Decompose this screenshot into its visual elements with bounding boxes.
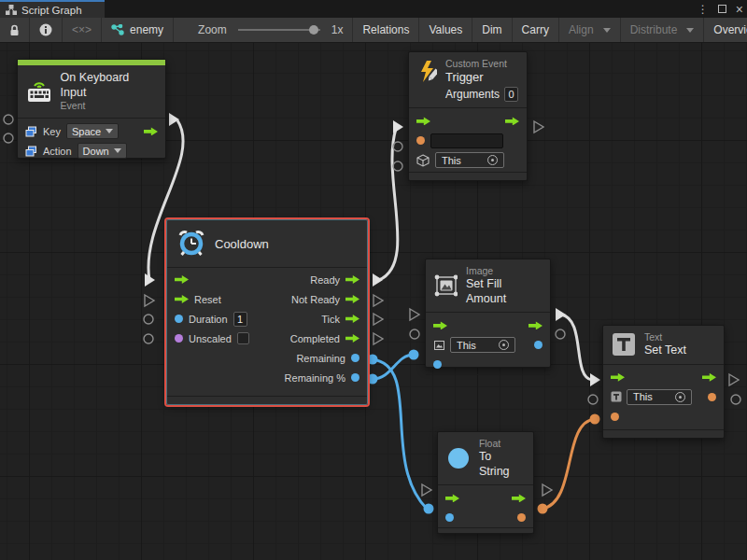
string-out-dot[interactable] bbox=[517, 513, 526, 522]
float-in-dot[interactable] bbox=[445, 513, 454, 522]
overview-button[interactable]: Overview bbox=[704, 18, 747, 42]
window-value-icon bbox=[25, 146, 37, 157]
node-footer bbox=[167, 396, 367, 404]
remaining-label: Remaining bbox=[296, 353, 345, 364]
window-menu-icon[interactable]: ⋮ bbox=[698, 3, 709, 16]
flow-in-arrow-icon[interactable] bbox=[611, 373, 625, 382]
row-enter-ready: Ready bbox=[167, 270, 367, 289]
flow-in-arrow-icon[interactable] bbox=[445, 494, 459, 502]
node-footer bbox=[409, 172, 527, 180]
key-port-label: Key bbox=[43, 126, 61, 137]
keyboard-icon bbox=[26, 80, 52, 103]
flow-in-arrow-icon[interactable] bbox=[175, 275, 189, 284]
remaining-pct-out-dot[interactable] bbox=[351, 373, 359, 382]
row-unscaled-completed: Unscaled Completed bbox=[167, 329, 367, 348]
node-footer bbox=[18, 161, 165, 169]
node-on-keyboard-input[interactable]: On Keyboard Input Event Key Space bbox=[17, 59, 166, 159]
flow-out-arrow-icon[interactable] bbox=[529, 321, 543, 329]
lock-button[interactable] bbox=[0, 18, 30, 42]
relations-button[interactable]: Relations bbox=[353, 18, 419, 42]
arguments-stepper[interactable]: 0 bbox=[504, 87, 518, 102]
node-text-set-text[interactable]: Text Set Text This bbox=[602, 325, 725, 439]
node-title: On Keyboard Input bbox=[61, 71, 157, 100]
flow-row bbox=[438, 488, 533, 508]
result-out-dot[interactable] bbox=[708, 393, 716, 401]
result-out-dot[interactable] bbox=[534, 341, 543, 349]
chevron-down-icon bbox=[114, 148, 121, 153]
node-title: To String bbox=[479, 450, 525, 479]
flow-out-arrow-icon[interactable] bbox=[144, 127, 158, 135]
target-picker-icon[interactable] bbox=[499, 340, 509, 350]
node-title: Set Text bbox=[644, 343, 686, 358]
remaining-out-dot[interactable] bbox=[351, 354, 359, 362]
chevron-down-icon bbox=[106, 129, 113, 133]
action-dropdown[interactable]: Down bbox=[78, 143, 127, 159]
ready-out-arrow-icon[interactable] bbox=[345, 275, 359, 284]
target-dropdown[interactable]: This bbox=[435, 152, 504, 168]
zoom-value: 1x bbox=[331, 23, 344, 36]
text-value-row bbox=[603, 407, 724, 427]
fill-amount-row bbox=[426, 355, 550, 374]
dim-button[interactable]: Dim bbox=[472, 18, 512, 42]
target-picker-icon[interactable] bbox=[675, 392, 685, 402]
chevron-down-icon bbox=[686, 28, 694, 33]
tab-script-graph[interactable]: Script Graph bbox=[0, 0, 105, 18]
fill-amount-in-dot[interactable] bbox=[433, 360, 442, 369]
flow-in-arrow-icon[interactable] bbox=[433, 321, 447, 329]
image-icon bbox=[434, 274, 458, 297]
code-preview-button[interactable]: <×> bbox=[63, 18, 102, 42]
close-icon[interactable]: × bbox=[736, 3, 743, 16]
node-float-to-string[interactable]: Float To String bbox=[437, 431, 534, 534]
completed-out-arrow-icon[interactable] bbox=[345, 334, 359, 343]
target-picker-icon[interactable] bbox=[487, 155, 498, 165]
node-category: Float bbox=[479, 438, 525, 450]
script-graph-window: Script Graph ⋮ × <×> bbox=[0, 0, 747, 560]
flow-out-arrow-icon[interactable] bbox=[512, 494, 526, 502]
align-dropdown[interactable]: Align bbox=[559, 18, 621, 42]
distribute-dropdown[interactable]: Distribute bbox=[621, 18, 705, 42]
tick-out-arrow-icon[interactable] bbox=[345, 315, 359, 323]
values-button[interactable]: Values bbox=[419, 18, 472, 42]
notready-out-arrow-icon[interactable] bbox=[345, 295, 359, 303]
zoom-slider[interactable] bbox=[238, 29, 320, 31]
unscaled-checkbox[interactable] bbox=[237, 332, 249, 344]
node-subtitle: Event bbox=[61, 100, 157, 112]
zoom-control: Zoom 1x bbox=[174, 18, 353, 42]
graph-tab-icon bbox=[6, 5, 17, 15]
code-icon: <×> bbox=[72, 23, 92, 36]
flow-in-arrow-icon[interactable] bbox=[416, 117, 430, 125]
zoom-slider-handle[interactable] bbox=[309, 25, 318, 35]
float-port-dot[interactable] bbox=[175, 315, 183, 323]
event-name-field[interactable] bbox=[430, 133, 503, 148]
reset-in-arrow-icon[interactable] bbox=[175, 295, 189, 303]
graph-toolbar: <×> enemy Zoom 1x Relations Values Dim C… bbox=[0, 18, 747, 43]
text-in-dot[interactable] bbox=[611, 413, 619, 421]
maximize-icon[interactable] bbox=[718, 5, 726, 13]
info-icon bbox=[39, 23, 52, 36]
node-custom-event-trigger[interactable]: Custom Event Trigger Arguments 0 bbox=[408, 51, 528, 181]
flow-out-arrow-icon[interactable] bbox=[505, 117, 519, 125]
graph-breadcrumb[interactable]: enemy bbox=[102, 18, 174, 42]
node-cooldown[interactable]: Cooldown Ready Reset Not Ready Duration1… bbox=[166, 219, 368, 405]
remaining-pct-label: Remaining % bbox=[285, 372, 345, 384]
target-dropdown[interactable]: This bbox=[627, 389, 692, 405]
bool-port-dot[interactable] bbox=[175, 334, 183, 343]
flow-row bbox=[409, 111, 527, 131]
image-small-icon bbox=[433, 340, 445, 351]
duration-field[interactable]: 1 bbox=[233, 312, 247, 327]
node-category: Image bbox=[466, 265, 542, 277]
tick-label: Tick bbox=[321, 314, 340, 325]
flow-out-arrow-icon[interactable] bbox=[702, 373, 716, 382]
key-dropdown[interactable]: Space bbox=[66, 123, 119, 139]
cube-icon bbox=[416, 154, 430, 167]
info-button[interactable] bbox=[30, 18, 63, 42]
node-image-set-fill-amount[interactable]: Image Set Fill Amount This bbox=[425, 259, 551, 368]
flow-row bbox=[603, 368, 724, 387]
node-title: Set Fill Amount bbox=[466, 277, 542, 306]
port-row-action: Action Down bbox=[18, 141, 165, 161]
target-dropdown[interactable]: This bbox=[450, 337, 515, 353]
carry-button[interactable]: Carry bbox=[513, 18, 559, 42]
tab-bar: Script Graph ⋮ × bbox=[0, 0, 747, 18]
row-remaining: Remaining bbox=[167, 348, 367, 368]
string-port-dot[interactable] bbox=[416, 136, 425, 145]
